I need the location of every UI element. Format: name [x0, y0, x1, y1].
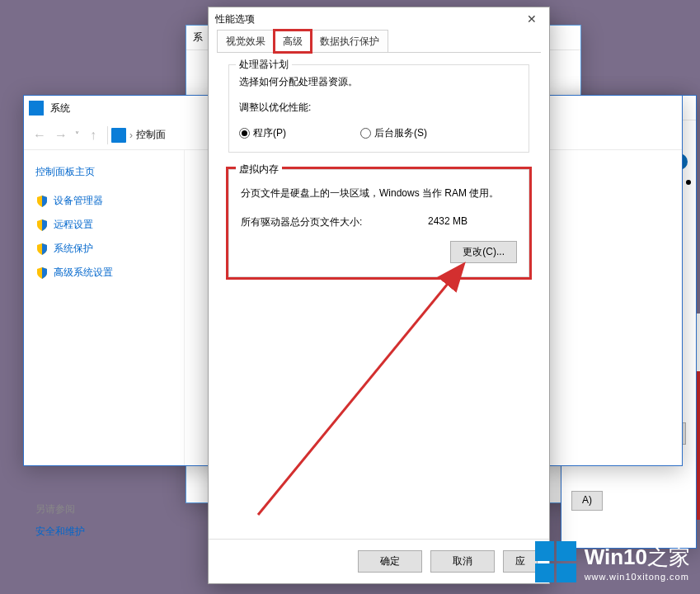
sidebar-item-label: 远程设置	[54, 218, 93, 232]
radio-label: 后台服务(S)	[374, 126, 427, 140]
tab-visual-effects[interactable]: 视觉效果	[217, 30, 275, 52]
up-arrow-icon[interactable]: ↑	[82, 125, 104, 146]
system-icon	[29, 101, 44, 116]
watermark: Win10之家 www.win10xitong.com	[535, 541, 690, 582]
performance-options-dialog: 性能选项 ✕ 视觉效果 高级 数据执行保护 处理器计划 选择如何分配处理器资源。…	[208, 7, 550, 584]
dialog-title: 性能选项	[215, 12, 521, 26]
shield-icon	[35, 195, 49, 208]
change-button[interactable]: 更改(C)...	[450, 241, 517, 263]
sidebar-item-label: 设备管理器	[54, 194, 103, 208]
sidebar-item-remote-settings[interactable]: 远程设置	[35, 218, 172, 232]
group-title: 虚拟内存	[236, 163, 282, 177]
close-icon[interactable]: ✕	[521, 10, 543, 28]
see-also-heading: 另请参阅	[35, 502, 172, 516]
back-arrow-icon[interactable]: ←	[29, 125, 50, 146]
cancel-button[interactable]: 取消	[430, 550, 495, 573]
sidebar-item-device-manager[interactable]: 设备管理器	[35, 194, 172, 208]
security-maintenance-link[interactable]: 安全和维护	[35, 525, 172, 539]
sidebar-item-system-protection[interactable]: 系统保护	[35, 242, 172, 256]
ok-button[interactable]: 确定	[358, 550, 422, 573]
radio-icon	[360, 128, 371, 139]
watermark-title: Win10之家	[585, 543, 690, 572]
dialog-footer: 确定 取消 应	[209, 539, 549, 583]
tab-row: 视觉效果 高级 数据执行保护	[209, 31, 549, 52]
control-panel-home-link[interactable]: 控制面板主页	[35, 165, 172, 179]
tab-panel: 处理器计划 选择如何分配处理器资源。 调整以优化性能: 程序(P) 后台服务(S…	[217, 52, 541, 539]
breadcrumb[interactable]: 控制面	[136, 128, 166, 142]
vm-desc: 分页文件是硬盘上的一块区域，Windows 当作 RAM 使用。	[241, 186, 517, 200]
forward-arrow-icon[interactable]: →	[50, 125, 72, 146]
sidebar-item-label: 高级系统设置	[54, 266, 113, 280]
virtual-memory-group: 虚拟内存 分页文件是硬盘上的一块区域，Windows 当作 RAM 使用。 所有…	[228, 169, 529, 277]
dialog-titlebar[interactable]: 性能选项 ✕	[209, 7, 549, 31]
radio-icon	[239, 128, 250, 139]
sidebar-item-advanced-settings[interactable]: 高级系统设置	[35, 266, 172, 280]
svg-line-0	[258, 266, 463, 515]
recent-chevron-icon[interactable]: ˅	[75, 130, 79, 139]
radio-label: 程序(P)	[253, 126, 286, 140]
address-icon	[111, 128, 126, 143]
vm-total-value: 2432 MB	[428, 215, 467, 229]
shield-icon	[35, 243, 49, 256]
sidebar-item-label: 系统保护	[54, 242, 93, 256]
radio-background-services[interactable]: 后台服务(S)	[360, 126, 427, 140]
processor-scheduling-group: 处理器计划 选择如何分配处理器资源。 调整以优化性能: 程序(P) 后台服务(S…	[228, 64, 529, 153]
shield-icon	[35, 266, 49, 280]
tab-dep[interactable]: 数据执行保护	[311, 30, 388, 52]
tab-advanced[interactable]: 高级	[274, 30, 312, 53]
dropdown-fragment[interactable]: A)	[571, 491, 603, 511]
windows-logo-icon	[535, 541, 576, 582]
apply-button[interactable]: 应	[503, 550, 538, 573]
radio-programs[interactable]: 程序(P)	[239, 126, 286, 140]
adjust-label: 调整以优化性能:	[239, 101, 519, 115]
sidebar: 控制面板主页 设备管理器 远程设置 系统保护 高级系统设置 另请参阅 安全和维护	[24, 150, 185, 465]
help-dot	[686, 180, 691, 185]
group-title: 处理器计划	[236, 58, 292, 72]
shield-icon	[35, 219, 49, 232]
watermark-url: www.win10xitong.com	[585, 572, 690, 582]
processor-desc: 选择如何分配处理器资源。	[239, 75, 519, 89]
vm-total-label: 所有驱动器总分页文件大小:	[241, 215, 362, 229]
